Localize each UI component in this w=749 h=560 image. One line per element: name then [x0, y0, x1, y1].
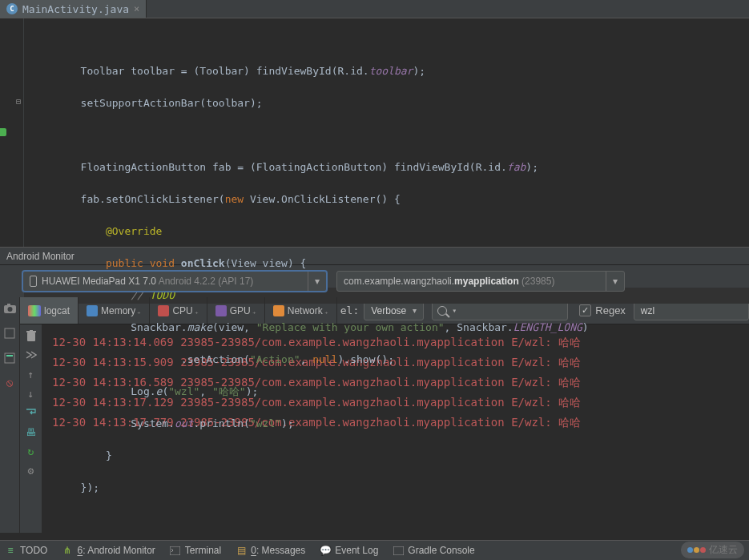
sb-terminal-button[interactable]: Terminal	[170, 545, 221, 556]
messages-icon: ▤	[236, 545, 247, 556]
pin-icon	[254, 305, 256, 316]
editor-tab-bar: C MainActivity.java ×	[0, 0, 749, 18]
device-api: Android 4.2.2 (API 17)	[159, 276, 254, 287]
code-editor[interactable]: ⊟ Toolbar toolbar = (Toolbar) findViewBy…	[0, 18, 749, 247]
editor-tab-mainactivity[interactable]: C MainActivity.java ×	[0, 0, 147, 18]
tab-gpu[interactable]: GPU	[207, 297, 265, 324]
gpu-icon	[215, 305, 227, 316]
device-name: HUAWEI MediaPad X1 7.0	[42, 276, 159, 287]
event-log-icon: 💬	[320, 545, 331, 556]
svg-rect-5	[6, 355, 13, 357]
code-content: Toolbar toolbar = (Toolbar) findViewById…	[24, 18, 749, 247]
close-icon[interactable]: ×	[134, 3, 139, 14]
sb-android-monitor-button[interactable]: ⋔ 6: Android Monitor	[62, 545, 155, 556]
svg-point-1	[7, 307, 12, 312]
terminal-icon	[170, 545, 181, 556]
sb-event-log-button[interactable]: 💬 Event Log	[320, 545, 378, 556]
cpu-icon	[158, 305, 169, 316]
process-selector[interactable]: com.example.wangzhaoli.myapplication (23…	[336, 271, 625, 292]
system-info-icon[interactable]	[3, 352, 16, 365]
svg-rect-10	[393, 546, 404, 555]
tab-network[interactable]: Network	[265, 297, 337, 324]
watermark: 亿速云	[681, 542, 744, 558]
svg-rect-9	[170, 546, 180, 555]
fold-icon[interactable]: ⊟	[16, 97, 22, 103]
search-icon	[437, 306, 447, 316]
record-icon[interactable]	[3, 327, 16, 340]
gradle-icon	[393, 545, 404, 556]
pin-icon	[326, 305, 328, 316]
tab-cpu[interactable]: CPU	[150, 297, 207, 324]
camera-icon[interactable]	[3, 302, 16, 315]
phone-icon	[30, 276, 37, 287]
logcat-icon	[28, 305, 41, 316]
device-selector[interactable]: HUAWEI MediaPad X1 7.0 Android 4.2.2 (AP…	[22, 271, 327, 292]
breakpoint-icon[interactable]	[0, 128, 6, 136]
todo-icon: ≡	[5, 545, 16, 556]
stop-icon[interactable]: ⦸	[3, 377, 16, 389]
memory-icon	[87, 305, 98, 316]
tab-memory[interactable]: Memory	[79, 297, 150, 324]
pin-icon	[196, 305, 199, 316]
outer-tool-strip: ⦸	[0, 297, 20, 533]
sb-gradle-console-button[interactable]: Gradle Console	[393, 545, 474, 556]
svg-rect-3	[5, 328, 14, 338]
sb-messages-button[interactable]: ▤ 0: Messages	[236, 545, 305, 556]
android-icon: ⋔	[62, 545, 73, 556]
editor-gutter: ⊟	[0, 18, 24, 247]
chevron-down-icon: ▾	[308, 272, 320, 291]
svg-rect-2	[7, 304, 10, 306]
java-class-icon: C	[6, 3, 18, 14]
pin-icon	[139, 305, 141, 316]
monitor-tabs: logcat Memory CPU GPU	[20, 297, 337, 324]
tab-logcat[interactable]: logcat	[20, 297, 79, 324]
logo-icon	[687, 547, 706, 553]
chevron-down-icon: ▾	[606, 272, 618, 291]
network-icon	[273, 305, 284, 316]
editor-tab-filename: MainActivity.java	[22, 3, 129, 15]
svg-rect-4	[5, 353, 14, 363]
sb-todo-button[interactable]: ≡ TODO	[5, 545, 47, 556]
status-bar: ≡ TODO ⋔ 6: Android Monitor Terminal ▤ 0…	[0, 540, 749, 560]
